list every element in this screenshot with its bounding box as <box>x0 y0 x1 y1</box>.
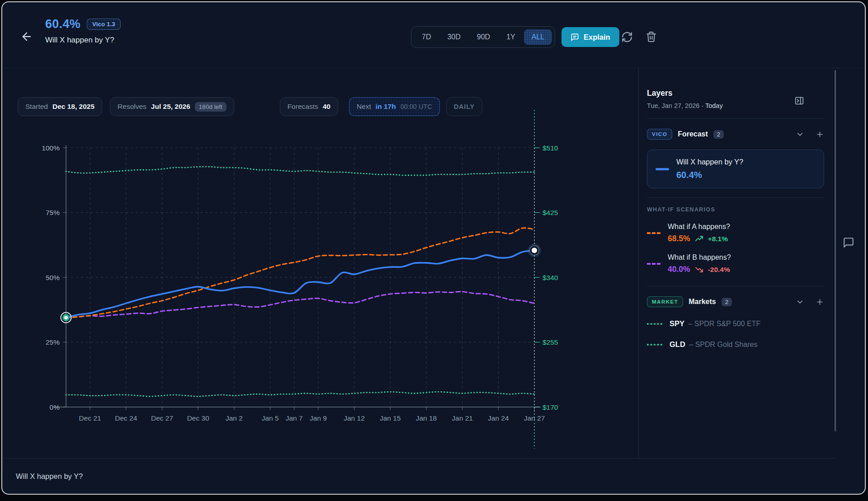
chevron-down-icon <box>796 298 804 306</box>
layers-panel: Layers Tue, Jan 27, 2026 · Today VICO Fo… <box>639 68 834 459</box>
market-name: – SPDR S&P 500 ETF <box>686 320 760 328</box>
trend-down-icon <box>695 266 703 273</box>
forecast-chart[interactable]: 0%$17025%$25550%$34075%$425100%$510Dec 2… <box>2 104 631 458</box>
x-axis-label: Jan 2 <box>226 414 243 422</box>
layers-date-value: Tue, Jan 27, 2026 <box>647 102 699 109</box>
message-square-text-icon <box>571 33 579 42</box>
right-axis-label: $255 <box>542 338 558 346</box>
scenario-row[interactable]: What if A happens?68.5%+8.1% <box>647 223 824 243</box>
refresh-button[interactable] <box>621 31 633 43</box>
divider <box>647 118 824 119</box>
market-name: – SPDR Gold Shares <box>687 341 758 348</box>
y-axis-label: 50% <box>46 274 60 281</box>
collapse-panel-button[interactable] <box>794 96 804 106</box>
scenario-line-swatch <box>647 263 660 265</box>
series-gld <box>66 392 534 396</box>
plus-icon <box>816 130 824 139</box>
page-title: Will X happen by Y? <box>45 36 121 45</box>
x-axis-label: Jan 21 <box>452 414 473 422</box>
trend-up-icon <box>695 235 703 243</box>
plus-icon <box>816 298 824 306</box>
market-row[interactable]: GLD – SPDR Gold Shares <box>647 340 824 349</box>
x-axis-label: Jan 5 <box>262 414 279 422</box>
layers-date-today: · Today <box>701 102 722 109</box>
x-axis-label: Jan 12 <box>344 414 365 422</box>
market-badge: MARKET <box>647 296 683 307</box>
range-button-90d[interactable]: 90D <box>469 29 498 45</box>
x-axis-label: Dec 30 <box>187 414 209 422</box>
markets-section-title: Markets <box>689 298 716 306</box>
forecast-value: 60.4% <box>676 170 743 180</box>
markets-count-badge: 2 <box>722 298 732 306</box>
forecast-layer-item[interactable]: Will X happen by Y? 60.4% <box>647 150 824 188</box>
x-axis-label: Jan 9 <box>310 414 327 422</box>
range-group: 7D30D90D1YALL <box>411 26 555 48</box>
right-axis-label: $170 <box>542 403 558 411</box>
forecast-question: Will X happen by Y? <box>676 158 743 166</box>
forecast-section-header: VICO Forecast 2 <box>647 129 824 140</box>
scenario-value: 40.0% <box>668 265 690 274</box>
market-line-swatch <box>647 344 662 346</box>
markets-section-header: MARKET Markets 2 <box>647 296 824 307</box>
trash-icon <box>646 31 657 42</box>
footer-divider <box>2 458 835 459</box>
y-axis-label: 75% <box>46 209 60 216</box>
y-axis-label: 25% <box>46 338 60 346</box>
right-axis-label: $425 <box>542 209 558 216</box>
range-button-7d[interactable]: 7D <box>414 29 439 45</box>
divider <box>647 286 824 286</box>
scenario-line-swatch <box>647 232 660 234</box>
start-marker-dot <box>64 316 68 319</box>
scenario-change: +8.1% <box>708 235 728 243</box>
explain-label: Explain <box>584 33 610 42</box>
x-axis-label: Dec 24 <box>115 414 137 422</box>
panel-right-icon <box>794 96 804 106</box>
scenario-value: 68.5% <box>668 234 690 243</box>
forecast-line-swatch <box>656 168 669 170</box>
range-button-1y[interactable]: 1Y <box>499 29 523 45</box>
forecast-collapse-button[interactable] <box>795 130 804 139</box>
x-axis-label: Jan 18 <box>416 414 437 422</box>
scrollbar[interactable] <box>835 70 836 431</box>
range-button-30d[interactable]: 30D <box>439 29 468 45</box>
x-axis-label: Jan 24 <box>488 414 509 422</box>
market-ticker: SPY <box>670 319 684 328</box>
model-version-badge: Vico 1.3 <box>87 19 121 30</box>
title-block: 60.4% Vico 1.3 Will X happen by Y? <box>45 17 121 45</box>
delete-button[interactable] <box>645 30 657 43</box>
chevron-down-icon <box>796 130 804 139</box>
markets-collapse-button[interactable] <box>795 297 804 306</box>
market-list: SPY – SPDR S&P 500 ETFGLD – SPDR Gold Sh… <box>647 319 824 349</box>
scenario-list: What if A happens?68.5%+8.1%What if B ha… <box>647 223 824 274</box>
forecast-count-badge: 2 <box>713 130 724 139</box>
y-axis-label: 100% <box>42 144 60 152</box>
end-marker-dot <box>532 248 537 253</box>
refresh-icon <box>621 31 633 43</box>
forecast-add-button[interactable] <box>815 130 824 139</box>
markets-add-button[interactable] <box>815 297 824 306</box>
divider <box>647 197 824 198</box>
market-row[interactable]: SPY – SPDR S&P 500 ETF <box>647 319 824 328</box>
series-spy <box>66 167 534 175</box>
right-axis-label: $510 <box>542 144 558 152</box>
arrow-left-icon <box>20 30 33 43</box>
series-whatif-a <box>66 228 534 318</box>
scenario-row[interactable]: What if B happens?40.0%-20.4% <box>647 253 824 274</box>
chat-button[interactable] <box>842 236 855 249</box>
app-window: 60.4% Vico 1.3 Will X happen by Y? 7D30D… <box>1 1 866 495</box>
probability-value: 60.4% <box>45 17 80 31</box>
market-line-swatch <box>647 323 662 325</box>
x-axis-label: Jan 7 <box>286 414 303 422</box>
x-axis-label: Jan 15 <box>380 414 401 422</box>
x-axis-label: Dec 21 <box>79 414 101 422</box>
range-button-all[interactable]: ALL <box>524 29 552 45</box>
chat-bubble-icon <box>843 237 854 248</box>
forecast-section-title: Forecast <box>678 130 708 138</box>
scenario-change: -20.4% <box>708 266 730 274</box>
market-ticker: GLD <box>670 340 685 348</box>
back-button[interactable] <box>19 29 34 44</box>
whatif-section-label: WHAT-IF SCENARIOS <box>647 206 824 213</box>
right-axis-label: $340 <box>542 274 558 281</box>
explain-button[interactable]: Explain <box>561 27 619 47</box>
series-whatif-b <box>66 292 534 318</box>
